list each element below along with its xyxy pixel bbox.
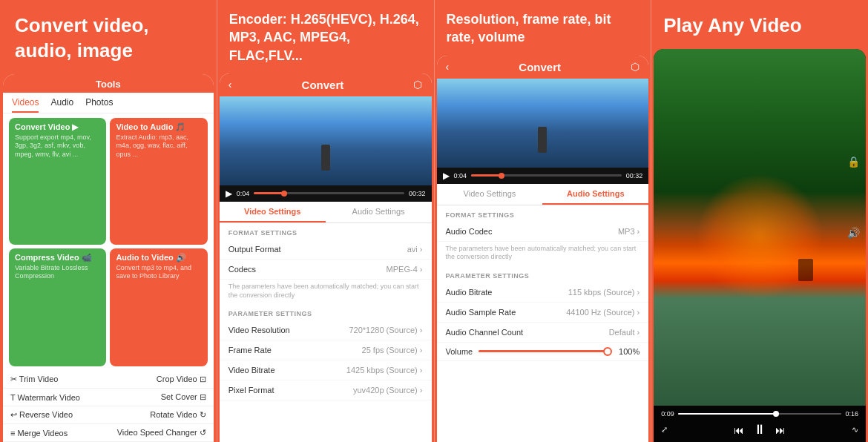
panel2-heading: Encoder: H.265(HEVC), H.264, MP3, AAC, M…: [217, 0, 434, 73]
tab-video-settings-2[interactable]: Video Settings: [437, 184, 543, 205]
play-button-2[interactable]: ▶: [443, 171, 450, 181]
time-start-1: 0:04: [237, 190, 250, 197]
compress-video-card[interactable]: Compress Video 📹 Variable Bitrate Lossle…: [9, 248, 106, 366]
convert-video-subtitle: Support export mp4, mov, 3gp, 3g2, asf, …: [15, 133, 100, 159]
sample-rate-value[interactable]: 44100 Hz (Source) ›: [566, 308, 640, 317]
tools-grid: Convert Video ▶ Support export mp4, mov,…: [3, 113, 214, 371]
waveform-icon[interactable]: ∿: [852, 425, 858, 435]
rewind-button[interactable]: ⏮: [734, 424, 744, 436]
audio-codec-value[interactable]: MP3 ›: [618, 227, 640, 236]
progress-fill-2: [471, 174, 502, 177]
export-icon-2[interactable]: ⬡: [631, 61, 640, 73]
video-to-audio-card[interactable]: Video to Audio 🎵 Extract Audio: mp3, aac…: [110, 118, 207, 245]
convert-header-1: ‹ Convert ⬡: [220, 73, 432, 96]
audio-codec-row: Audio Codec MP3 ›: [437, 222, 649, 242]
time-end-2: 00:32: [626, 172, 643, 179]
player-time-end: 0:16: [845, 410, 858, 418]
video-background-1: [220, 96, 432, 185]
back-icon-1[interactable]: ‹: [228, 79, 232, 90]
reverse-video-label[interactable]: ↩ Reverse Video: [10, 410, 73, 420]
time-end-1: 00:32: [409, 190, 426, 197]
panel-1: Convert video, audio, image Tools Videos…: [0, 0, 217, 442]
video-to-audio-title: Video to Audio 🎵: [116, 122, 201, 132]
audio-bitrate-row: Audio Bitrate 115 kbps (Source) ›: [437, 283, 649, 303]
player-dot: [773, 411, 779, 417]
tab-video-settings-1[interactable]: Video Settings: [220, 202, 326, 222]
lock-icon[interactable]: 🔒: [847, 156, 860, 168]
video-speed-label[interactable]: Video Speed Changer ↺: [117, 428, 206, 438]
merge-speed-row: ≡ Merge Videos Video Speed Changer ↺: [3, 424, 214, 442]
resolution-value[interactable]: 720*1280 (Source) ›: [349, 326, 422, 334]
output-format-row: Output Format avi ›: [220, 240, 432, 260]
video-controls-2: ▶ 0:04 00:32: [437, 168, 649, 184]
tab-videos[interactable]: Videos: [12, 97, 39, 113]
audio-codec-label: Audio Codec: [446, 227, 493, 236]
rotate-video-label[interactable]: Rotate Video ↻: [150, 410, 206, 420]
video-preview-1: [220, 96, 432, 185]
forward-button[interactable]: ⏭: [775, 424, 786, 436]
video-player-controls: 0:09 0:16 ⤢ ⏮ ⏸ ⏭ ∿: [654, 406, 866, 442]
tab-audio-settings-2[interactable]: Audio Settings: [542, 184, 648, 205]
video-player-screen: 🔒 🔊 0:09 0:16 ⤢ ⏮ ⏸ ⏭: [654, 49, 866, 442]
person-silhouette-2: [538, 127, 547, 153]
compress-video-title: Compress Video 📹: [15, 253, 100, 263]
audio-to-video-title: Audio to Video 🔊: [116, 253, 201, 263]
video-preview-2: [437, 79, 649, 168]
progress-dot-1: [281, 191, 287, 197]
export-icon-1[interactable]: ⬡: [413, 79, 422, 90]
volume-slider[interactable]: [479, 350, 608, 352]
convert-title-1: Convert: [302, 79, 344, 91]
progress-bar-1[interactable]: [254, 192, 404, 194]
pixel-format-value[interactable]: yuv420p (Source) ›: [353, 386, 423, 395]
sample-rate-label: Audio Sample Rate: [446, 308, 516, 317]
panel-3: Resolution, frame rate, bit rate, volume…: [434, 0, 651, 442]
convert-video-card[interactable]: Convert Video ▶ Support export mp4, mov,…: [9, 118, 106, 245]
player-bar[interactable]: [678, 413, 842, 415]
convert-header-2: ‹ Convert ⬡: [437, 56, 649, 79]
player-fill: [678, 413, 776, 415]
time-start-2: 0:04: [454, 172, 467, 179]
volume-fill: [479, 350, 608, 352]
progress-bar-2[interactable]: [471, 174, 622, 177]
codecs-value[interactable]: MPEG-4 ›: [387, 265, 423, 274]
player-right-icons: ∿: [852, 425, 858, 435]
section-format-2: FORMAT SETTINGS: [437, 205, 649, 222]
channel-count-row: Audio Channel Count Default ›: [437, 323, 649, 343]
crop-video-label[interactable]: Crop Video ⊡: [157, 375, 206, 384]
tab-audio-settings-1[interactable]: Audio Settings: [326, 202, 432, 222]
channel-count-label: Audio Channel Count: [446, 328, 524, 337]
tab-audio[interactable]: Audio: [50, 97, 73, 113]
auto-match-note-2: The parameters have been automatically m…: [437, 242, 649, 266]
app-screen-1: Tools Videos Audio Photos Convert Video …: [3, 74, 214, 442]
trim-video-label[interactable]: ✂ Trim Video: [10, 375, 58, 384]
video-controls-1: ▶ 0:04 00:32: [220, 185, 432, 202]
player-left-icons: ⤢: [661, 425, 668, 435]
volume-value: 100%: [614, 347, 640, 356]
back-icon-2[interactable]: ‹: [446, 61, 450, 73]
convert-video-title: Convert Video ▶: [15, 122, 100, 132]
set-cover-label[interactable]: Set Cover ⊟: [161, 392, 206, 402]
section-format-1: FORMAT SETTINGS: [220, 223, 432, 240]
merge-videos-label[interactable]: ≡ Merge Videos: [10, 429, 68, 438]
bitrate-label: Video Bitrate: [228, 366, 275, 375]
person-boat: [798, 259, 813, 281]
channel-count-value[interactable]: Default ›: [609, 328, 640, 337]
audio-bitrate-value[interactable]: 115 kbps (Source) ›: [568, 288, 640, 297]
audio-to-video-card[interactable]: Audio to Video 🔊 Convert mp3 to mp4, and…: [110, 248, 207, 366]
volume-icon-overlay[interactable]: 🔊: [847, 227, 860, 239]
tools-bar: Tools: [3, 74, 214, 93]
tab-photos[interactable]: Photos: [85, 97, 113, 113]
watermark-video-label[interactable]: T Watermark Video: [10, 393, 80, 402]
panel3-heading: Resolution, frame rate, bit rate, volume: [435, 0, 651, 56]
expand-icon[interactable]: ⤢: [661, 425, 668, 435]
panel-2: Encoder: H.265(HEVC), H.264, MP3, AAC, M…: [217, 0, 434, 442]
player-center-controls: ⏮ ⏸ ⏭: [734, 422, 786, 438]
trim-crop-row: ✂ Trim Video Crop Video ⊡: [3, 371, 214, 389]
play-button-1[interactable]: ▶: [226, 188, 232, 199]
output-format-value[interactable]: avi ›: [407, 245, 423, 254]
bitrate-value[interactable]: 1425 kbps (Source) ›: [346, 366, 423, 375]
pause-button[interactable]: ⏸: [753, 422, 766, 438]
framerate-value[interactable]: 25 fps (Source) ›: [362, 346, 423, 354]
watermark-cover-row: T Watermark Video Set Cover ⊟: [3, 389, 214, 406]
volume-thumb: [603, 347, 612, 356]
